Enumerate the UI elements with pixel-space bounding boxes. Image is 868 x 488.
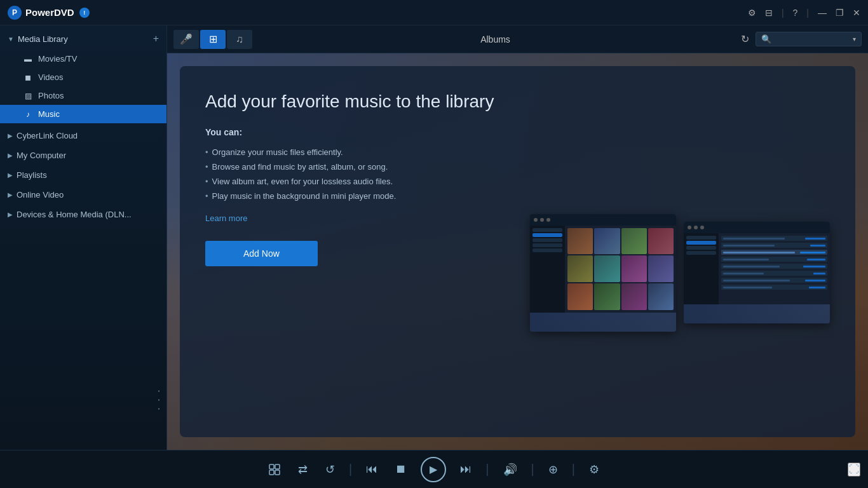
devices-arrow: ▶ xyxy=(8,211,13,218)
close-button[interactable]: ✕ xyxy=(853,8,860,18)
sidebar-item-online-video[interactable]: ▶ Online Video xyxy=(0,185,166,205)
titlebar: P PowerDVD ! ⚙ ⊟ | ? | — ❐ ✕ xyxy=(0,0,868,25)
prev-button[interactable]: ⏮ xyxy=(362,460,381,478)
add-now-button[interactable]: Add Now xyxy=(205,241,318,266)
ss-reflection-2 xyxy=(684,304,830,323)
tab-albums[interactable]: ⊞ xyxy=(200,30,226,49)
media-library-header[interactable]: ▼ Media Library + xyxy=(0,28,166,50)
zoom-button[interactable]: ⊕ xyxy=(545,460,562,479)
grid-view-button[interactable] xyxy=(265,461,284,478)
notification-badge[interactable]: ! xyxy=(79,8,90,18)
search-icon: 🔍 xyxy=(761,34,771,44)
sidebar-item-my-computer[interactable]: ▶ My Computer xyxy=(0,146,166,165)
sidebar-item-photos[interactable]: ▨ Photos xyxy=(0,86,166,105)
bullet-1: Organize your music files efficiently. xyxy=(212,147,343,157)
online-video-arrow: ▶ xyxy=(8,191,13,198)
online-video-label: Online Video xyxy=(17,190,64,200)
sidebar-dots: · · · xyxy=(153,390,166,412)
divider-1: | xyxy=(349,462,352,477)
sidebar-item-music[interactable]: ♪ Music xyxy=(0,105,166,123)
media-library-section: ▼ Media Library + ▬ Movies/TV ◼ Videos ▨… xyxy=(0,25,166,126)
media-library-arrow: ▼ xyxy=(8,36,14,43)
feature-item-3: View album art, even for your lossless a… xyxy=(205,177,505,186)
divider-3: | xyxy=(531,462,534,477)
app-screenshots xyxy=(530,127,830,418)
volume-button[interactable]: 🔊 xyxy=(499,460,521,479)
learn-more-link[interactable]: Learn more xyxy=(205,214,247,223)
my-computer-label: My Computer xyxy=(17,151,66,160)
media-library-label: Media Library xyxy=(18,34,68,44)
logo-icon: P xyxy=(8,6,22,20)
sidebar-item-movies-tv[interactable]: ▬ Movies/TV xyxy=(0,50,166,68)
sidebar-item-playlists[interactable]: ▶ Playlists xyxy=(0,165,166,185)
ss-sidebar-row-7 xyxy=(686,251,716,255)
music-label: Music xyxy=(38,109,60,119)
refresh-button[interactable]: ↻ xyxy=(738,30,752,48)
ss-sidebar-row xyxy=(532,228,562,232)
app-name: PowerDVD xyxy=(25,7,74,18)
fullscreen-button[interactable]: ⛶ xyxy=(848,463,860,477)
videos-icon: ◼ xyxy=(23,73,33,82)
ss-dot-6 xyxy=(700,226,704,229)
card-body: You can: Organize your music files effic… xyxy=(205,127,830,418)
content-toolbar: 🎤 ⊞ ♫ Albums ↻ 🔍 ▾ xyxy=(167,25,868,53)
ss-titlebar-1 xyxy=(530,214,676,226)
svg-rect-2 xyxy=(269,470,274,475)
svg-rect-3 xyxy=(275,470,280,475)
next-button[interactable]: ⏭ xyxy=(456,460,475,478)
player-bar: ⇄ ↺ | ⏮ ⏹ ▶ ⏭ | 🔊 | ⊕ | ⚙ ⛶ xyxy=(0,450,868,488)
tab-music-note[interactable]: ♫ xyxy=(227,30,252,49)
playlists-arrow: ▶ xyxy=(8,172,13,179)
feature-item-4: Play music in the background in mini pla… xyxy=(205,191,505,201)
minimize-tray-button[interactable]: ⊟ xyxy=(765,8,773,18)
settings-button[interactable]: ⚙ xyxy=(748,8,756,18)
search-box[interactable]: 🔍 ▾ xyxy=(756,32,862,46)
svg-rect-0 xyxy=(269,464,274,469)
ss-sidebar-2 xyxy=(684,233,719,304)
controls-divider: | xyxy=(782,8,784,18)
restore-button[interactable]: ❐ xyxy=(836,8,844,18)
divider-2: | xyxy=(485,462,489,477)
play-button[interactable]: ▶ xyxy=(421,457,446,482)
svg-rect-1 xyxy=(275,464,280,469)
view-tabs: 🎤 ⊞ ♫ xyxy=(173,30,252,49)
shuffle-button[interactable]: ⇄ xyxy=(294,460,311,479)
sidebar-item-cyberlink-cloud[interactable]: ▶ CyberLink Cloud xyxy=(0,126,166,146)
help-button[interactable]: ? xyxy=(793,8,798,18)
content-area: 🎤 ⊞ ♫ Albums ↻ 🔍 ▾ Add your favorite mus… xyxy=(167,25,868,450)
card-title: Add your favorite music to the library xyxy=(205,92,830,112)
divider-4: | xyxy=(572,462,575,477)
search-dropdown[interactable]: ▾ xyxy=(853,36,856,43)
sidebar-item-videos[interactable]: ◼ Videos xyxy=(0,68,166,86)
photos-label: Photos xyxy=(38,91,64,100)
minimize-button[interactable]: — xyxy=(818,8,827,18)
ss-dot-2 xyxy=(540,218,544,222)
videos-label: Videos xyxy=(38,72,64,82)
sidebar-item-devices-home-media[interactable]: ▶ Devices & Home Media (DLN... xyxy=(0,205,166,224)
screenshot-2 xyxy=(684,222,830,323)
card-text: You can: Organize your music files effic… xyxy=(205,127,505,418)
ss-dot-4 xyxy=(688,226,691,229)
ss-content-2 xyxy=(684,233,830,304)
cyberlink-cloud-arrow: ▶ xyxy=(8,132,13,139)
ss-sidebar-1 xyxy=(530,226,565,313)
bullet-4: Play music in the background in mini pla… xyxy=(212,191,397,201)
window-controls: ⚙ ⊟ | ? | — ❐ ✕ xyxy=(748,8,860,18)
toolbar-right: ↻ 🔍 ▾ xyxy=(738,30,862,48)
sidebar: ▼ Media Library + ▬ Movies/TV ◼ Videos ▨… xyxy=(0,25,167,450)
stop-button[interactable]: ⏹ xyxy=(391,460,410,478)
search-input[interactable] xyxy=(774,35,850,44)
player-settings-button[interactable]: ⚙ xyxy=(585,460,603,479)
add-media-button[interactable]: + xyxy=(153,33,159,44)
photos-icon: ▨ xyxy=(23,92,33,100)
controls-divider2: | xyxy=(806,8,809,18)
ss-sidebar-row-2 xyxy=(532,238,562,242)
feature-item-2: Browse and find music by artist, album, … xyxy=(205,162,505,172)
app-logo: P PowerDVD ! xyxy=(8,6,90,20)
devices-label: Devices & Home Media (DLN... xyxy=(17,210,132,219)
ss-sidebar-row-5 xyxy=(686,236,716,240)
ss-content-1 xyxy=(530,226,676,313)
repeat-button[interactable]: ↺ xyxy=(322,460,339,479)
promo-card: Add your favorite music to the library Y… xyxy=(180,66,855,437)
tab-microphone[interactable]: 🎤 xyxy=(173,30,199,49)
